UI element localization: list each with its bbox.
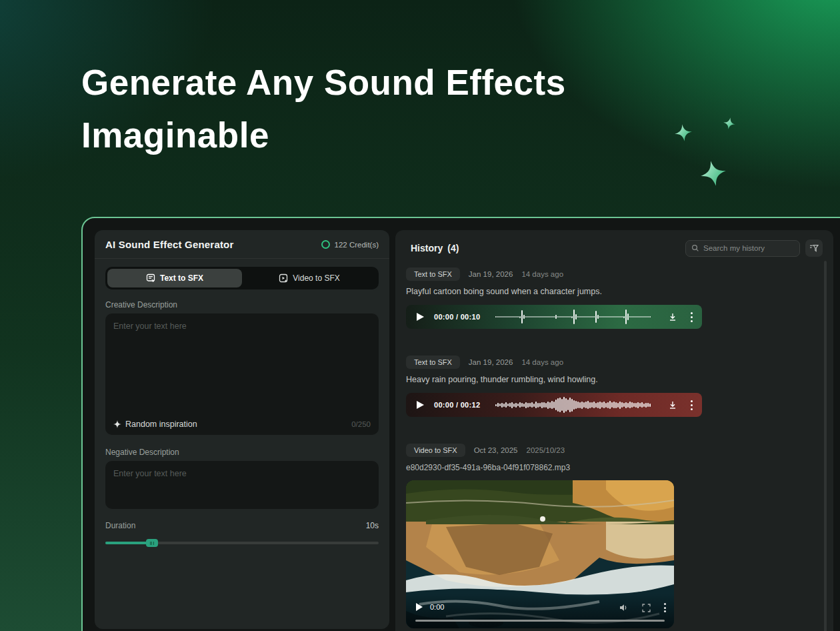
history-title-text: History [411, 243, 443, 253]
volume-icon[interactable] [619, 604, 629, 612]
item-date: Jan 19, 2026 [469, 270, 513, 278]
item-date: Jan 19, 2026 [469, 358, 513, 366]
item-date: Oct 23, 2025 [474, 446, 518, 454]
search-icon [691, 244, 699, 252]
hero-title-line1: Generate Any Sound Effects [81, 56, 566, 109]
waveform[interactable] [495, 396, 659, 414]
play-button[interactable] [417, 401, 424, 409]
slider-fill [105, 542, 152, 544]
tab-text-to-sfx-label: Text to SFX [160, 273, 203, 283]
random-inspiration-button[interactable]: Random inspiration [113, 420, 197, 429]
history-header: History(4) [406, 239, 823, 257]
more-options-button[interactable] [691, 400, 693, 410]
random-inspiration-label: Random inspiration [125, 420, 197, 429]
creative-description-input[interactable] [105, 313, 379, 435]
more-options-button[interactable] [691, 312, 693, 322]
duration-value: 10s [366, 521, 379, 530]
download-icon [668, 400, 677, 410]
video-to-sfx-icon [279, 273, 288, 283]
download-button[interactable] [668, 312, 677, 322]
sparkle-icon [673, 123, 693, 142]
tab-video-to-sfx[interactable]: Video to SFX [242, 269, 377, 287]
video-more-options-button[interactable] [664, 603, 666, 612]
creative-description-label: Creative Description [105, 300, 379, 309]
duration-slider[interactable] [105, 539, 379, 547]
item-relative-date: 14 days ago [521, 270, 563, 278]
credits-ring-icon [321, 240, 330, 249]
mode-tabs: Text to SFX Video to SFX [105, 267, 379, 289]
item-relative-date: 14 days ago [521, 358, 563, 366]
sparkle-icon [723, 117, 737, 131]
play-button[interactable] [417, 313, 424, 321]
video-player[interactable]: 0:00 [406, 480, 674, 628]
page: Generate Any Sound Effects Imaginable AI… [0, 0, 840, 631]
negative-description-input[interactable] [105, 461, 379, 509]
char-counter: 0/250 [351, 420, 371, 428]
generator-panel: AI Sound Effect Generator 122 Credit(s) … [95, 230, 389, 629]
history-panel: History(4) [395, 230, 833, 631]
waveform[interactable] [495, 308, 659, 326]
history-item: Text to SFX Jan 19, 2026 14 days ago Pla… [406, 267, 823, 329]
audio-time: 00:00 / 00:12 [434, 401, 493, 409]
tab-video-to-sfx-label: Video to SFX [293, 273, 340, 283]
negative-description-label: Negative Description [105, 448, 379, 457]
history-count: (4) [447, 243, 459, 253]
video-time: 0:00 [430, 603, 444, 611]
item-description: Heavy rain pouring, thunder rumbling, wi… [406, 375, 823, 384]
download-icon [668, 312, 677, 322]
type-badge: Text to SFX [406, 356, 460, 369]
video-play-button[interactable] [416, 603, 423, 611]
sparkle-icon [697, 157, 729, 189]
history-item: Text to SFX Jan 19, 2026 14 days ago Hea… [406, 356, 823, 417]
tab-text-to-sfx[interactable]: Text to SFX [107, 269, 242, 287]
text-to-sfx-icon [146, 273, 155, 283]
generator-header: AI Sound Effect Generator 122 Credit(s) [95, 230, 389, 259]
type-badge: Text to SFX [406, 267, 460, 281]
main-card: AI Sound Effect Generator 122 Credit(s) … [81, 217, 840, 631]
filter-icon [809, 244, 819, 253]
item-relative-date: 2025/10/23 [526, 446, 565, 454]
hero-title: Generate Any Sound Effects Imaginable [81, 56, 566, 161]
credits-indicator: 122 Credit(s) [321, 240, 379, 249]
history-scrollbar[interactable] [824, 261, 827, 631]
creative-description-box: Random inspiration 0/250 [105, 313, 379, 435]
item-description: Playful cartoon boing sound when a chara… [406, 287, 823, 296]
history-search-input[interactable] [703, 244, 794, 252]
filter-button[interactable] [805, 239, 823, 257]
video-controls: 0:00 [406, 594, 674, 628]
item-filename: e80d2930-df35-491a-96ba-04f91f078862.mp3 [406, 463, 823, 472]
audio-player: 00:00 / 00:10 [406, 305, 702, 329]
history-title: History(4) [406, 243, 459, 253]
generator-title: AI Sound Effect Generator [105, 239, 234, 250]
audio-time: 00:00 / 00:10 [434, 313, 493, 321]
duration-label: Duration [105, 521, 135, 530]
negative-description-box [105, 461, 379, 509]
audio-player: 00:00 / 00:12 [406, 393, 702, 417]
credits-label: 122 Credit(s) [335, 241, 379, 249]
download-button[interactable] [668, 400, 677, 410]
type-badge: Video to SFX [406, 444, 465, 457]
duration-row: Duration 10s [105, 521, 379, 530]
hero-title-line2: Imaginable [81, 109, 566, 161]
video-progress-bar[interactable] [415, 620, 665, 622]
slider-handle[interactable] [146, 539, 158, 547]
sparkle-icon [113, 420, 121, 428]
history-search[interactable] [685, 240, 800, 257]
fullscreen-icon[interactable] [642, 604, 651, 612]
history-item: Video to SFX Oct 23, 2025 2025/10/23 e80… [406, 444, 823, 628]
creative-box-footer: Random inspiration 0/250 [113, 420, 371, 429]
